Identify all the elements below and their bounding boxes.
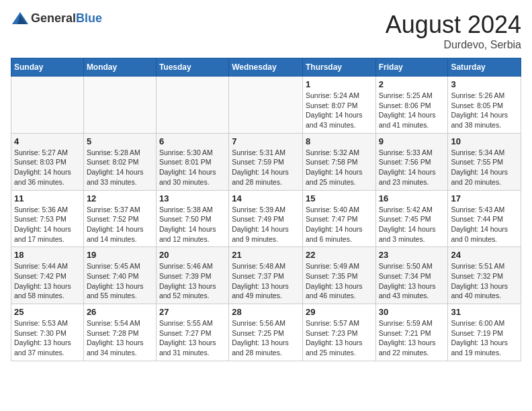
calendar-cell: 1Sunrise: 5:24 AM Sunset: 8:07 PM Daylig… <box>302 77 375 134</box>
calendar-cell: 25Sunrise: 5:53 AM Sunset: 7:30 PM Dayli… <box>11 304 84 361</box>
day-info: Sunrise: 5:46 AM Sunset: 7:39 PM Dayligh… <box>159 261 226 301</box>
calendar-cell: 18Sunrise: 5:44 AM Sunset: 7:42 PM Dayli… <box>11 247 84 304</box>
calendar-cell: 30Sunrise: 5:59 AM Sunset: 7:21 PM Dayli… <box>375 304 448 361</box>
day-info: Sunrise: 5:54 AM Sunset: 7:28 PM Dayligh… <box>87 318 153 358</box>
calendar-cell <box>156 77 228 134</box>
weekday-header-monday: Monday <box>83 58 156 77</box>
day-info: Sunrise: 5:30 AM Sunset: 8:01 PM Dayligh… <box>159 148 226 187</box>
day-number: 29 <box>306 307 373 317</box>
day-number: 9 <box>379 136 445 146</box>
day-info: Sunrise: 5:42 AM Sunset: 7:45 PM Dayligh… <box>379 205 445 244</box>
weekday-header-saturday: Saturday <box>448 58 521 77</box>
day-info: Sunrise: 5:57 AM Sunset: 7:23 PM Dayligh… <box>306 318 373 358</box>
day-info: Sunrise: 5:51 AM Sunset: 7:32 PM Dayligh… <box>451 261 518 301</box>
calendar-cell: 28Sunrise: 5:56 AM Sunset: 7:25 PM Dayli… <box>229 304 303 361</box>
day-number: 31 <box>451 307 518 317</box>
calendar-cell <box>11 77 84 134</box>
calendar-cell: 4Sunrise: 5:27 AM Sunset: 8:03 PM Daylig… <box>11 133 84 190</box>
calendar-week-row: 25Sunrise: 5:53 AM Sunset: 7:30 PM Dayli… <box>11 304 521 361</box>
logo-text-blue: Blue <box>76 11 102 25</box>
day-info: Sunrise: 6:00 AM Sunset: 7:19 PM Dayligh… <box>451 318 518 358</box>
day-info: Sunrise: 5:59 AM Sunset: 7:21 PM Dayligh… <box>379 318 445 358</box>
day-info: Sunrise: 5:50 AM Sunset: 7:34 PM Dayligh… <box>379 261 445 301</box>
day-info: Sunrise: 5:25 AM Sunset: 8:06 PM Dayligh… <box>379 91 445 130</box>
calendar-cell: 22Sunrise: 5:49 AM Sunset: 7:35 PM Dayli… <box>302 247 375 304</box>
day-info: Sunrise: 5:39 AM Sunset: 7:49 PM Dayligh… <box>232 205 300 244</box>
calendar-cell: 20Sunrise: 5:46 AM Sunset: 7:39 PM Dayli… <box>156 247 228 304</box>
day-number: 20 <box>159 250 226 260</box>
calendar-week-row: 4Sunrise: 5:27 AM Sunset: 8:03 PM Daylig… <box>11 133 521 190</box>
day-number: 10 <box>451 136 518 146</box>
day-number: 17 <box>451 193 518 203</box>
calendar-cell: 21Sunrise: 5:48 AM Sunset: 7:37 PM Dayli… <box>229 247 303 304</box>
weekday-header-thursday: Thursday <box>302 58 375 77</box>
calendar-cell: 26Sunrise: 5:54 AM Sunset: 7:28 PM Dayli… <box>83 304 156 361</box>
calendar-cell: 29Sunrise: 5:57 AM Sunset: 7:23 PM Dayli… <box>302 304 375 361</box>
logo-icon <box>11 11 30 26</box>
calendar-cell: 13Sunrise: 5:38 AM Sunset: 7:50 PM Dayli… <box>156 190 228 247</box>
calendar-cell: 27Sunrise: 5:55 AM Sunset: 7:27 PM Dayli… <box>156 304 228 361</box>
day-number: 19 <box>87 250 153 260</box>
day-number: 11 <box>14 193 81 203</box>
day-number: 15 <box>306 193 373 203</box>
calendar-table: SundayMondayTuesdayWednesdayThursdayFrid… <box>11 58 521 361</box>
day-number: 22 <box>306 250 373 260</box>
day-info: Sunrise: 5:32 AM Sunset: 7:58 PM Dayligh… <box>306 148 373 187</box>
day-number: 28 <box>232 307 300 317</box>
day-number: 16 <box>379 193 445 203</box>
calendar-cell: 9Sunrise: 5:33 AM Sunset: 7:56 PM Daylig… <box>375 133 448 190</box>
calendar-cell: 14Sunrise: 5:39 AM Sunset: 7:49 PM Dayli… <box>229 190 303 247</box>
page-header: GeneralBlue August 2024 Durdevo, Serbia <box>11 11 521 51</box>
month-year-title: August 2024 <box>386 11 521 39</box>
calendar-cell <box>83 77 156 134</box>
weekday-header-sunday: Sunday <box>11 58 84 77</box>
day-number: 27 <box>159 307 226 317</box>
weekday-header-friday: Friday <box>375 58 448 77</box>
day-number: 7 <box>232 136 300 146</box>
day-info: Sunrise: 5:34 AM Sunset: 7:55 PM Dayligh… <box>451 148 518 187</box>
calendar-cell: 10Sunrise: 5:34 AM Sunset: 7:55 PM Dayli… <box>448 133 521 190</box>
day-info: Sunrise: 5:26 AM Sunset: 8:05 PM Dayligh… <box>451 91 518 130</box>
day-number: 25 <box>14 307 81 317</box>
day-number: 14 <box>232 193 300 203</box>
calendar-cell: 7Sunrise: 5:31 AM Sunset: 7:59 PM Daylig… <box>229 133 303 190</box>
calendar-cell: 5Sunrise: 5:28 AM Sunset: 8:02 PM Daylig… <box>83 133 156 190</box>
day-info: Sunrise: 5:36 AM Sunset: 7:53 PM Dayligh… <box>14 205 81 244</box>
calendar-cell <box>229 77 303 134</box>
day-number: 1 <box>306 79 373 89</box>
calendar-cell: 6Sunrise: 5:30 AM Sunset: 8:01 PM Daylig… <box>156 133 228 190</box>
calendar-cell: 31Sunrise: 6:00 AM Sunset: 7:19 PM Dayli… <box>448 304 521 361</box>
logo-text-general: General <box>31 11 76 25</box>
day-number: 8 <box>306 136 373 146</box>
weekday-header-row: SundayMondayTuesdayWednesdayThursdayFrid… <box>11 58 521 77</box>
day-info: Sunrise: 5:56 AM Sunset: 7:25 PM Dayligh… <box>232 318 300 358</box>
day-info: Sunrise: 5:43 AM Sunset: 7:44 PM Dayligh… <box>451 205 518 244</box>
day-info: Sunrise: 5:27 AM Sunset: 8:03 PM Dayligh… <box>14 148 81 187</box>
day-info: Sunrise: 5:40 AM Sunset: 7:47 PM Dayligh… <box>306 205 373 244</box>
day-info: Sunrise: 5:53 AM Sunset: 7:30 PM Dayligh… <box>14 318 81 358</box>
day-number: 26 <box>87 307 153 317</box>
weekday-header-tuesday: Tuesday <box>156 58 228 77</box>
calendar-cell: 3Sunrise: 5:26 AM Sunset: 8:05 PM Daylig… <box>448 77 521 134</box>
weekday-header-wednesday: Wednesday <box>229 58 303 77</box>
day-info: Sunrise: 5:49 AM Sunset: 7:35 PM Dayligh… <box>306 261 373 301</box>
day-number: 4 <box>14 136 81 146</box>
day-info: Sunrise: 5:33 AM Sunset: 7:56 PM Dayligh… <box>379 148 445 187</box>
calendar-cell: 2Sunrise: 5:25 AM Sunset: 8:06 PM Daylig… <box>375 77 448 134</box>
day-number: 3 <box>451 79 518 89</box>
calendar-week-row: 18Sunrise: 5:44 AM Sunset: 7:42 PM Dayli… <box>11 247 521 304</box>
day-number: 12 <box>87 193 153 203</box>
calendar-cell: 17Sunrise: 5:43 AM Sunset: 7:44 PM Dayli… <box>448 190 521 247</box>
day-info: Sunrise: 5:45 AM Sunset: 7:40 PM Dayligh… <box>87 261 153 301</box>
calendar-week-row: 11Sunrise: 5:36 AM Sunset: 7:53 PM Dayli… <box>11 190 521 247</box>
day-number: 13 <box>159 193 226 203</box>
day-info: Sunrise: 5:28 AM Sunset: 8:02 PM Dayligh… <box>87 148 153 187</box>
calendar-cell: 11Sunrise: 5:36 AM Sunset: 7:53 PM Dayli… <box>11 190 84 247</box>
day-number: 30 <box>379 307 445 317</box>
calendar-cell: 23Sunrise: 5:50 AM Sunset: 7:34 PM Dayli… <box>375 247 448 304</box>
calendar-cell: 12Sunrise: 5:37 AM Sunset: 7:52 PM Dayli… <box>83 190 156 247</box>
day-number: 21 <box>232 250 300 260</box>
logo: GeneralBlue <box>11 11 102 26</box>
calendar-cell: 8Sunrise: 5:32 AM Sunset: 7:58 PM Daylig… <box>302 133 375 190</box>
calendar-cell: 19Sunrise: 5:45 AM Sunset: 7:40 PM Dayli… <box>83 247 156 304</box>
